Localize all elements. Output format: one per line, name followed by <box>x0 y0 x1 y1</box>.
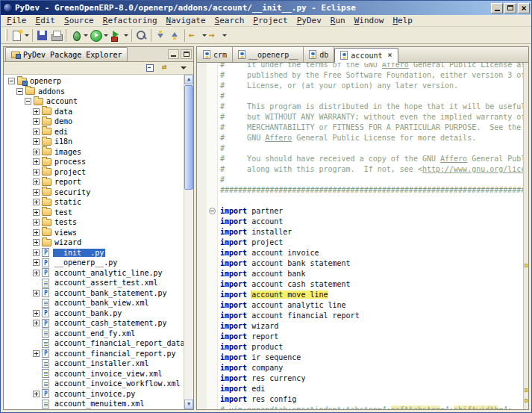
fold-collapse-icon[interactable] <box>209 208 216 214</box>
editor-tab-db[interactable]: db <box>304 47 334 62</box>
tree-item[interactable]: security <box>4 187 184 198</box>
overview-ruler[interactable] <box>523 63 528 409</box>
tree-item[interactable]: views <box>4 228 184 238</box>
tree-expander[interactable] <box>33 118 40 125</box>
tree-expander[interactable] <box>33 158 40 165</box>
tree-expander[interactable] <box>25 98 31 105</box>
tree-item[interactable]: account_financial_report_data.xml <box>4 338 184 349</box>
tree-item[interactable]: project <box>4 167 184 178</box>
tab-close-icon[interactable] <box>388 52 392 59</box>
tree-item[interactable]: openerp <box>4 76 184 87</box>
tree-item[interactable]: images <box>4 147 184 158</box>
tree-expander[interactable] <box>33 239 40 246</box>
menu-item-run[interactable]: Run <box>326 16 350 25</box>
tree-item[interactable]: edi <box>4 127 184 137</box>
tree-item[interactable]: account_bank.py <box>4 308 184 319</box>
forward-button[interactable] <box>207 28 228 43</box>
tree-item[interactable]: account_move_line.py <box>4 409 184 410</box>
menu-item-project[interactable]: Project <box>248 16 292 25</box>
tree-item[interactable]: account_bank_statement.py <box>4 288 184 299</box>
tree-scrollbar[interactable] <box>184 75 193 409</box>
tree-expander[interactable] <box>33 199 40 205</box>
menu-item-edit[interactable]: Edit <box>31 16 60 25</box>
occurrence-mark[interactable] <box>525 264 528 267</box>
editor-tab-crm[interactable]: crm <box>198 47 233 62</box>
tree-expander[interactable] <box>33 169 40 176</box>
tree-expander[interactable] <box>33 149 40 155</box>
menu-item-search[interactable]: Search <box>210 16 249 25</box>
minimize-view-button[interactable] <box>168 49 179 59</box>
tree-item[interactable]: account_invoice.py <box>4 389 184 400</box>
tree-item[interactable]: data <box>4 107 184 117</box>
back-button[interactable] <box>187 28 207 43</box>
occurrence-mark[interactable] <box>525 388 528 392</box>
tree-item[interactable]: tests <box>4 217 184 228</box>
tree-expander[interactable] <box>33 229 40 236</box>
print-button[interactable] <box>49 28 63 43</box>
menu-item-refactoring[interactable]: Refactoring <box>98 16 162 25</box>
prev-annotation-button[interactable] <box>168 28 182 43</box>
link-editor-button[interactable] <box>160 62 174 74</box>
menu-item-navigate[interactable]: Navigate <box>162 16 210 25</box>
dropdown-arrow-icon[interactable] <box>202 34 207 37</box>
tree-item[interactable]: account_financial_report.py <box>4 349 184 359</box>
menu-item-window[interactable]: Window <box>350 16 389 25</box>
tree-item[interactable]: account_invoice_view.xml <box>4 369 184 379</box>
tree-item[interactable]: account_menuitem.xml <box>4 399 184 409</box>
tree-expander[interactable] <box>33 249 40 256</box>
tree-expander[interactable] <box>33 128 40 135</box>
tree-expander[interactable] <box>33 189 40 196</box>
menu-item-file[interactable]: File <box>2 16 31 25</box>
new-wizard-button[interactable] <box>10 28 30 43</box>
menu-item-source[interactable]: Source <box>60 16 98 25</box>
debug-button[interactable] <box>69 28 89 43</box>
maximize-button[interactable] <box>504 3 516 13</box>
tree-item[interactable]: wizard <box>4 237 184 248</box>
external-tools-button[interactable] <box>109 28 129 43</box>
tree-item[interactable]: account_end_fy.xml <box>4 329 184 339</box>
dropdown-arrow-icon[interactable] <box>104 34 108 37</box>
tree-item[interactable]: test <box>4 208 184 218</box>
tree-expander[interactable] <box>33 391 40 397</box>
editor-body[interactable]: # it under the terms of the GNU Affero G… <box>197 63 528 409</box>
occurrence-mark[interactable] <box>525 399 528 403</box>
tree-item[interactable]: static <box>4 197 184 208</box>
tree-item[interactable]: account_assert_test.xml <box>4 278 184 288</box>
close-button[interactable] <box>518 3 530 13</box>
collapse-all-button[interactable] <box>144 62 157 74</box>
tree-expander[interactable] <box>33 209 40 216</box>
tree-expander[interactable] <box>33 270 40 276</box>
tree-expander[interactable] <box>33 108 40 115</box>
menu-item-pydev[interactable]: PyDev <box>292 16 326 25</box>
scrollbar-thumb[interactable] <box>184 85 193 190</box>
tree-item[interactable]: report <box>4 177 184 187</box>
tree-expander[interactable] <box>33 320 40 326</box>
tree-expander[interactable] <box>33 259 40 266</box>
save-button[interactable] <box>35 28 49 43</box>
minimize-button[interactable] <box>491 3 503 13</box>
tree-item[interactable]: __init__.py <box>4 248 184 258</box>
tree-expander[interactable] <box>33 138 40 145</box>
editor-tab-account[interactable]: account <box>334 48 398 63</box>
tree-item[interactable]: account_installer.xml <box>4 358 184 369</box>
editor-tab-openerp[interactable]: __openerp__ <box>233 47 304 62</box>
tree-item[interactable]: account_analytic_line.py <box>4 268 184 279</box>
tree-item[interactable]: account_invoice_workflow.xml <box>4 379 184 389</box>
tree-item[interactable]: __openerp__.py <box>4 258 184 268</box>
run-button[interactable] <box>89 28 109 43</box>
tree-expander[interactable] <box>33 219 40 226</box>
dropdown-arrow-icon[interactable] <box>25 34 29 37</box>
search-button[interactable] <box>134 28 148 43</box>
tab-pydev-package-explorer[interactable]: PyDev Package Explorer <box>5 47 128 61</box>
tree-item[interactable]: process <box>4 157 184 167</box>
dropdown-arrow-icon[interactable] <box>84 34 88 37</box>
scroll-up-arrow[interactable] <box>184 75 193 84</box>
tree-item[interactable]: account <box>4 96 184 107</box>
tree-expander[interactable] <box>33 290 40 296</box>
dropdown-arrow-icon[interactable] <box>222 34 227 37</box>
tree-expander[interactable] <box>16 88 23 95</box>
tree-expander[interactable] <box>33 178 40 185</box>
menu-item-help[interactable]: Help <box>388 16 417 25</box>
tree-item[interactable]: i18n <box>4 137 184 147</box>
next-annotation-button[interactable] <box>154 28 168 43</box>
